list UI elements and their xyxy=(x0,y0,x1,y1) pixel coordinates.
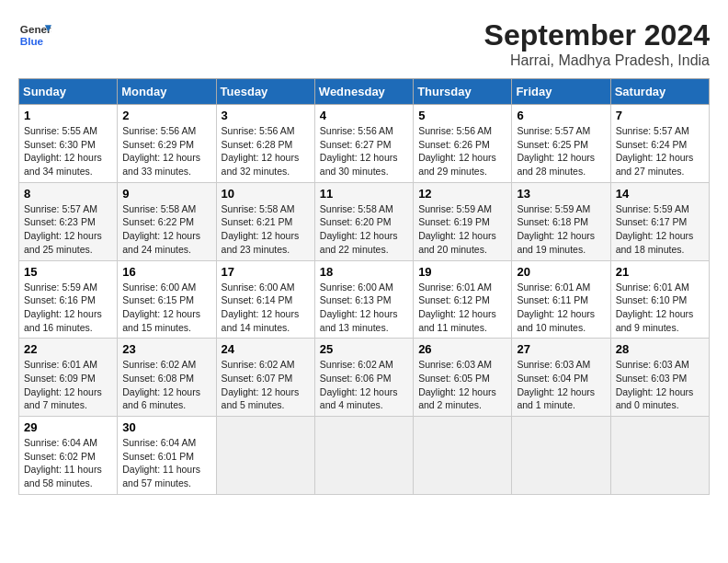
calendar-week-1: 1Sunrise: 5:55 AMSunset: 6:30 PMDaylight… xyxy=(19,105,710,183)
calendar-cell: 18Sunrise: 6:00 AMSunset: 6:13 PMDayligh… xyxy=(314,260,413,339)
calendar-cell: 7Sunrise: 5:57 AMSunset: 6:24 PMDaylight… xyxy=(610,105,709,183)
day-number: 14 xyxy=(616,187,704,201)
location-subtitle: Harrai, Madhya Pradesh, India xyxy=(484,52,710,69)
day-number: 5 xyxy=(418,109,506,122)
day-info: Sunrise: 6:04 AMSunset: 6:01 PMDaylight:… xyxy=(122,436,210,490)
day-info: Sunrise: 6:01 AMSunset: 6:12 PMDaylight:… xyxy=(418,281,506,335)
calendar-week-4: 22Sunrise: 6:01 AMSunset: 6:09 PMDayligh… xyxy=(19,339,710,417)
day-info: Sunrise: 5:57 AMSunset: 6:25 PMDaylight:… xyxy=(517,124,605,178)
day-info: Sunrise: 6:00 AMSunset: 6:14 PMDaylight:… xyxy=(222,281,310,335)
day-info: Sunrise: 5:58 AMSunset: 6:21 PMDaylight:… xyxy=(222,202,310,257)
calendar-cell: 11Sunrise: 5:58 AMSunset: 6:20 PMDayligh… xyxy=(314,182,413,260)
calendar-cell: 27Sunrise: 6:03 AMSunset: 6:04 PMDayligh… xyxy=(512,339,610,417)
day-number: 22 xyxy=(24,342,112,356)
day-number: 23 xyxy=(122,342,210,356)
day-number: 19 xyxy=(418,265,506,279)
calendar-cell xyxy=(512,417,610,495)
day-number: 10 xyxy=(222,187,310,201)
calendar-week-2: 8Sunrise: 5:57 AMSunset: 6:23 PMDaylight… xyxy=(19,182,710,260)
day-info: Sunrise: 6:04 AMSunset: 6:02 PMDaylight:… xyxy=(24,436,112,490)
day-number: 30 xyxy=(122,420,210,434)
day-number: 9 xyxy=(122,187,210,201)
calendar-cell: 12Sunrise: 5:59 AMSunset: 6:19 PMDayligh… xyxy=(414,182,512,260)
day-number: 29 xyxy=(24,420,112,434)
day-number: 27 xyxy=(517,342,605,356)
day-number: 26 xyxy=(418,342,506,356)
calendar-cell: 8Sunrise: 5:57 AMSunset: 6:23 PMDaylight… xyxy=(19,182,118,260)
day-number: 15 xyxy=(24,265,112,279)
day-info: Sunrise: 5:59 AMSunset: 6:16 PMDaylight:… xyxy=(24,281,112,335)
day-info: Sunrise: 5:59 AMSunset: 6:17 PMDaylight:… xyxy=(616,202,704,257)
calendar-cell: 30Sunrise: 6:04 AMSunset: 6:01 PMDayligh… xyxy=(118,417,216,495)
day-header-thursday: Thursday xyxy=(414,79,512,105)
day-info: Sunrise: 6:02 AMSunset: 6:06 PMDaylight:… xyxy=(320,358,408,412)
day-info: Sunrise: 5:55 AMSunset: 6:30 PMDaylight:… xyxy=(24,124,112,178)
day-info: Sunrise: 5:56 AMSunset: 6:28 PMDaylight:… xyxy=(222,124,310,178)
calendar-cell: 19Sunrise: 6:01 AMSunset: 6:12 PMDayligh… xyxy=(414,260,512,339)
calendar-cell: 16Sunrise: 6:00 AMSunset: 6:15 PMDayligh… xyxy=(118,260,216,339)
day-number: 21 xyxy=(616,265,704,279)
day-info: Sunrise: 6:03 AMSunset: 6:03 PMDaylight:… xyxy=(616,358,704,412)
day-number: 3 xyxy=(222,109,310,122)
calendar-cell: 9Sunrise: 5:58 AMSunset: 6:22 PMDaylight… xyxy=(118,182,216,260)
calendar-cell: 1Sunrise: 5:55 AMSunset: 6:30 PMDaylight… xyxy=(19,105,118,183)
svg-text:General: General xyxy=(20,23,51,35)
calendar-cell: 23Sunrise: 6:02 AMSunset: 6:08 PMDayligh… xyxy=(118,339,216,417)
day-number: 12 xyxy=(418,187,506,201)
day-number: 1 xyxy=(24,109,112,122)
calendar-cell: 21Sunrise: 6:01 AMSunset: 6:10 PMDayligh… xyxy=(610,260,709,339)
day-info: Sunrise: 6:01 AMSunset: 6:11 PMDaylight:… xyxy=(517,281,605,335)
calendar-cell xyxy=(610,417,709,495)
day-number: 17 xyxy=(222,265,310,279)
day-header-saturday: Saturday xyxy=(610,79,709,105)
calendar-week-3: 15Sunrise: 5:59 AMSunset: 6:16 PMDayligh… xyxy=(19,260,710,339)
day-number: 4 xyxy=(320,109,408,122)
day-info: Sunrise: 5:57 AMSunset: 6:24 PMDaylight:… xyxy=(616,124,704,178)
day-number: 8 xyxy=(24,187,112,201)
calendar-cell: 6Sunrise: 5:57 AMSunset: 6:25 PMDaylight… xyxy=(512,105,610,183)
calendar-cell: 25Sunrise: 6:02 AMSunset: 6:06 PMDayligh… xyxy=(314,339,413,417)
calendar-table: SundayMondayTuesdayWednesdayThursdayFrid… xyxy=(18,78,710,495)
day-number: 7 xyxy=(616,109,704,122)
day-info: Sunrise: 6:02 AMSunset: 6:08 PMDaylight:… xyxy=(122,358,210,412)
month-title: September 2024 xyxy=(484,18,710,52)
logo-icon: General Blue xyxy=(18,18,51,52)
header: General Blue September 2024 Harrai, Madh… xyxy=(18,18,710,69)
day-info: Sunrise: 6:03 AMSunset: 6:04 PMDaylight:… xyxy=(517,358,605,412)
day-number: 20 xyxy=(517,265,605,279)
calendar-cell xyxy=(414,417,512,495)
day-info: Sunrise: 5:56 AMSunset: 6:29 PMDaylight:… xyxy=(122,124,210,178)
day-header-wednesday: Wednesday xyxy=(314,79,413,105)
day-number: 11 xyxy=(320,187,408,201)
day-number: 18 xyxy=(320,265,408,279)
calendar-cell: 28Sunrise: 6:03 AMSunset: 6:03 PMDayligh… xyxy=(610,339,709,417)
day-number: 2 xyxy=(122,109,210,122)
day-number: 6 xyxy=(517,109,605,122)
calendar-cell: 20Sunrise: 6:01 AMSunset: 6:11 PMDayligh… xyxy=(512,260,610,339)
day-info: Sunrise: 5:58 AMSunset: 6:22 PMDaylight:… xyxy=(122,202,210,257)
calendar-cell: 17Sunrise: 6:00 AMSunset: 6:14 PMDayligh… xyxy=(216,260,314,339)
day-info: Sunrise: 6:00 AMSunset: 6:13 PMDaylight:… xyxy=(320,281,408,335)
calendar-cell xyxy=(216,417,314,495)
logo: General Blue xyxy=(18,18,51,52)
day-info: Sunrise: 5:59 AMSunset: 6:18 PMDaylight:… xyxy=(517,202,605,257)
calendar-cell xyxy=(314,417,413,495)
calendar-cell: 29Sunrise: 6:04 AMSunset: 6:02 PMDayligh… xyxy=(19,417,118,495)
day-header-monday: Monday xyxy=(118,79,216,105)
day-info: Sunrise: 5:56 AMSunset: 6:27 PMDaylight:… xyxy=(320,124,408,178)
calendar-cell: 26Sunrise: 6:03 AMSunset: 6:05 PMDayligh… xyxy=(414,339,512,417)
day-info: Sunrise: 5:59 AMSunset: 6:19 PMDaylight:… xyxy=(418,202,506,257)
calendar-cell: 4Sunrise: 5:56 AMSunset: 6:27 PMDaylight… xyxy=(314,105,413,183)
day-info: Sunrise: 5:57 AMSunset: 6:23 PMDaylight:… xyxy=(24,202,112,257)
day-info: Sunrise: 6:00 AMSunset: 6:15 PMDaylight:… xyxy=(122,281,210,335)
title-area: September 2024 Harrai, Madhya Pradesh, I… xyxy=(484,18,710,69)
calendar-header-row: SundayMondayTuesdayWednesdayThursdayFrid… xyxy=(19,79,710,105)
calendar-week-5: 29Sunrise: 6:04 AMSunset: 6:02 PMDayligh… xyxy=(19,417,710,495)
day-info: Sunrise: 6:02 AMSunset: 6:07 PMDaylight:… xyxy=(222,358,310,412)
calendar-cell: 22Sunrise: 6:01 AMSunset: 6:09 PMDayligh… xyxy=(19,339,118,417)
calendar-cell: 5Sunrise: 5:56 AMSunset: 6:26 PMDaylight… xyxy=(414,105,512,183)
calendar-cell: 24Sunrise: 6:02 AMSunset: 6:07 PMDayligh… xyxy=(216,339,314,417)
day-info: Sunrise: 6:01 AMSunset: 6:10 PMDaylight:… xyxy=(616,281,704,335)
day-number: 28 xyxy=(616,342,704,356)
calendar-cell: 13Sunrise: 5:59 AMSunset: 6:18 PMDayligh… xyxy=(512,182,610,260)
